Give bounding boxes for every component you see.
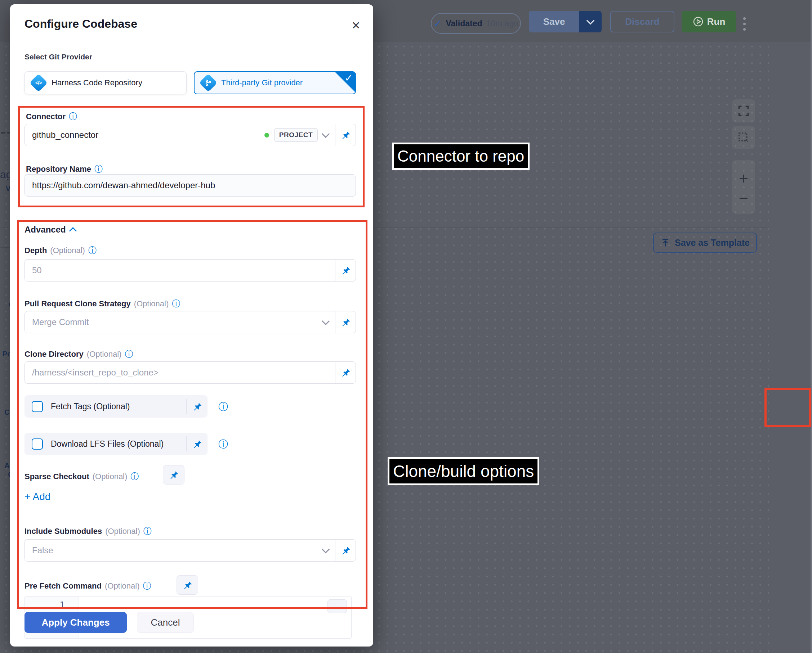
fullscreen-button[interactable] <box>732 99 755 122</box>
studio-right-rail <box>769 0 812 653</box>
zoom-in-icon[interactable] <box>738 173 749 184</box>
run-label: Run <box>707 16 725 27</box>
third-party-git-provider-option[interactable]: Third-party Git provider ✓ <box>194 71 356 94</box>
annotation-label-connector: Connector to repo <box>392 143 530 170</box>
harness-code-icon: </> <box>29 74 48 92</box>
close-icon[interactable]: ✕ <box>348 17 364 33</box>
save-split-button[interactable]: Save <box>529 11 601 32</box>
apply-changes-button[interactable]: Apply Changes <box>24 612 127 633</box>
save-button[interactable]: Save <box>529 11 579 32</box>
validated-status-badge: ✓ Validated 10m ago <box>431 13 521 34</box>
kebab-dot <box>743 17 746 20</box>
validated-label: Validated <box>446 19 482 29</box>
kebab-dot <box>743 28 746 30</box>
save-dropdown-button[interactable] <box>579 11 601 32</box>
pipeline-studio-screen: ag ✓ Validated 10m ago Save Discard Run … <box>0 0 812 653</box>
modal-title: Configure Codebase <box>24 17 137 30</box>
git-provider-section-label: Select Git Provider <box>24 53 92 61</box>
window-edge <box>810 0 812 653</box>
more-options-menu[interactable] <box>742 14 746 33</box>
zoom-controls[interactable] <box>732 160 755 214</box>
annotation-box-connector <box>18 106 365 207</box>
marquee-select-icon <box>737 131 750 144</box>
run-button[interactable]: Run <box>682 11 736 32</box>
upload-icon <box>660 237 670 248</box>
zoom-out-icon[interactable] <box>738 196 749 201</box>
cancel-button[interactable]: Cancel <box>137 612 194 633</box>
validated-time: 10m ago <box>486 19 518 29</box>
save-as-template-button[interactable]: Save as Template <box>653 233 757 253</box>
git-branch-icon <box>199 74 218 92</box>
stage-connector-dash <box>1 132 5 134</box>
check-icon: ✓ <box>433 18 442 29</box>
harness-code-repository-option[interactable]: </> Harness Code Repository <box>24 71 186 94</box>
save-as-template-label: Save as Template <box>675 237 750 248</box>
annotation-label-clone: Clone/build options <box>388 457 539 485</box>
play-icon <box>693 16 704 27</box>
marquee-select-button[interactable] <box>732 126 755 149</box>
kebab-dot <box>743 23 746 25</box>
selected-check-icon: ✓ <box>344 72 353 84</box>
chevron-down-icon <box>586 16 595 24</box>
discard-button[interactable]: Discard <box>610 11 675 32</box>
annotation-box-advanced <box>17 220 368 609</box>
fullscreen-icon <box>737 105 750 117</box>
annotation-box-codebase <box>765 388 811 427</box>
